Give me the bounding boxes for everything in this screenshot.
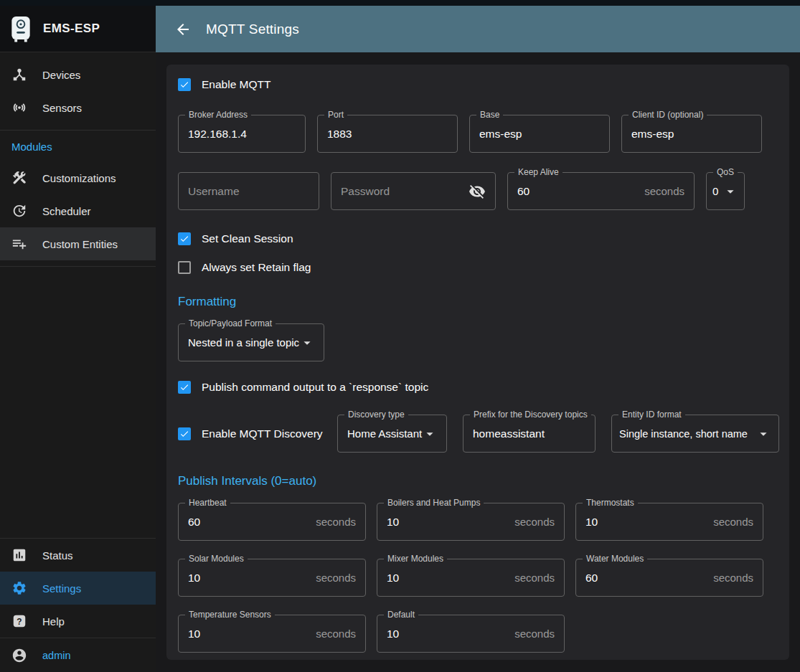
- field-label: Topic/Payload Format: [185, 318, 276, 328]
- keep-alive-field[interactable]: Keep Alive seconds: [507, 172, 695, 210]
- field-suffix: seconds: [310, 516, 356, 528]
- sidebar-item-label: Scheduler: [42, 205, 91, 217]
- client-id-input[interactable]: [631, 128, 752, 141]
- interval-input[interactable]: [387, 628, 509, 640]
- field-suffix: seconds: [509, 516, 555, 528]
- broker-fields-row: Broker Address Port Base Client ID: [178, 115, 778, 153]
- visibility-off-icon[interactable]: [469, 183, 486, 200]
- clean-session-checkbox[interactable]: [178, 232, 191, 245]
- retain-flag-checkbox[interactable]: [178, 261, 191, 274]
- field-label: Solar Modules: [185, 554, 248, 564]
- sidebar-item-customizations[interactable]: Customizations: [0, 161, 156, 194]
- keep-alive-input[interactable]: [517, 185, 639, 198]
- interval-input[interactable]: [387, 516, 509, 529]
- entity-id-format-select[interactable]: Entity ID format Single instance, short …: [611, 415, 779, 453]
- gear-icon: [11, 580, 27, 596]
- checkbox-label: Set Clean Session: [202, 232, 293, 245]
- field-label: Thermostats: [583, 498, 638, 508]
- modules-section-header: Modules: [0, 131, 156, 161]
- playlist-add-icon: [11, 236, 27, 252]
- field-label: Entity ID format: [618, 410, 685, 420]
- enable-mqtt-checkbox[interactable]: [178, 78, 191, 91]
- field-suffix: seconds: [509, 628, 555, 640]
- formatting-section-header: Formatting: [178, 295, 778, 309]
- field-label: Default: [384, 610, 418, 620]
- field-label: Temperature Sensors: [185, 610, 275, 620]
- sidebar-item-custom-entities[interactable]: Custom Entities: [0, 227, 156, 260]
- sidebar-user-admin[interactable]: admin: [0, 638, 156, 672]
- field-label: Port: [324, 110, 347, 120]
- discovery-type-select[interactable]: Discovery type Home Assistant: [337, 415, 447, 453]
- interval-field-default[interactable]: Default seconds: [377, 615, 565, 653]
- port-field[interactable]: Port: [317, 115, 458, 153]
- password-field[interactable]: [331, 172, 496, 210]
- construction-icon: [11, 170, 27, 186]
- device-hub-icon: [11, 67, 27, 82]
- qos-select[interactable]: QoS 0: [706, 172, 745, 210]
- field-suffix: seconds: [707, 516, 753, 528]
- base-field[interactable]: Base: [469, 115, 610, 153]
- sidebar-item-devices[interactable]: Devices: [0, 58, 156, 91]
- broker-address-field[interactable]: Broker Address: [178, 115, 306, 153]
- interval-field-water[interactable]: Water Modules seconds: [575, 559, 763, 597]
- sidebar-nav-top: Devices Sensors: [0, 52, 156, 130]
- interval-field-mixer[interactable]: Mixer Modules seconds: [377, 559, 565, 597]
- username-input[interactable]: [188, 185, 309, 198]
- interval-field-thermostats[interactable]: Thermostats seconds: [575, 503, 763, 541]
- response-topic-row[interactable]: Publish command output to a `response` t…: [178, 379, 778, 396]
- sidebar-item-status[interactable]: Status: [0, 539, 156, 572]
- interval-input[interactable]: [387, 572, 509, 585]
- main-area: MQTT Settings Enable MQTT Broker Addres: [156, 6, 800, 672]
- qos-value: 0: [712, 185, 718, 197]
- sidebar-item-label: Devices: [42, 69, 80, 81]
- port-input[interactable]: [327, 128, 448, 141]
- clean-session-row[interactable]: Set Clean Session: [178, 230, 778, 247]
- bar-chart-icon: [11, 547, 27, 563]
- help-icon: ?: [11, 613, 27, 629]
- field-label: Boilers and Heat Pumps: [384, 498, 484, 508]
- response-topic-checkbox[interactable]: [178, 381, 191, 394]
- broker-address-input[interactable]: [188, 128, 296, 141]
- interval-field-boilers[interactable]: Boilers and Heat Pumps seconds: [377, 503, 565, 541]
- checkbox-label: Enable MQTT: [202, 78, 270, 91]
- mqtt-settings-card: Enable MQTT Broker Address Port: [166, 65, 789, 660]
- sidebar-item-label: Customizations: [42, 172, 116, 184]
- discovery-prefix-field[interactable]: Prefix for the Discovery topics: [463, 415, 596, 453]
- sidebar-item-sensors[interactable]: Sensors: [0, 91, 156, 124]
- entity-id-format-value: Single instance, short name: [619, 428, 748, 440]
- appbar: MQTT Settings: [156, 6, 800, 52]
- interval-field-temperature-sensors[interactable]: Temperature Sensors seconds: [178, 615, 366, 653]
- interval-field-solar[interactable]: Solar Modules seconds: [178, 559, 366, 597]
- field-label: Prefix for the Discovery topics: [470, 410, 591, 420]
- sidebar-item-scheduler[interactable]: Scheduler: [0, 194, 156, 227]
- sidebar-item-label: Status: [42, 549, 73, 562]
- field-label: Heartbeat: [185, 498, 230, 508]
- retain-flag-row[interactable]: Always set Retain flag: [178, 259, 778, 276]
- page: EMS-ESP Devices Sensors Modules: [0, 0, 800, 672]
- sidebar-item-label: Settings: [42, 582, 81, 595]
- update-clock-icon: [11, 203, 27, 219]
- sidebar: EMS-ESP Devices Sensors Modules: [0, 6, 156, 672]
- field-label: Client ID (optional): [629, 110, 707, 120]
- topic-payload-format-select[interactable]: Topic/Payload Format Nested in a single …: [178, 323, 324, 361]
- back-arrow-icon[interactable]: [174, 21, 192, 38]
- interval-input[interactable]: [585, 572, 707, 585]
- checkbox-label: Enable MQTT Discovery: [202, 427, 323, 440]
- username-field[interactable]: [178, 172, 319, 210]
- interval-field-heartbeat[interactable]: Heartbeat seconds: [178, 503, 366, 541]
- interval-input[interactable]: [585, 516, 707, 529]
- sidebar-item-help[interactable]: ? Help: [0, 605, 156, 638]
- publish-intervals-section-header: Publish Intervals (0=auto): [178, 474, 778, 488]
- client-id-field[interactable]: Client ID (optional): [621, 115, 762, 153]
- interval-input[interactable]: [188, 516, 310, 529]
- interval-input[interactable]: [188, 628, 310, 640]
- password-input[interactable]: [341, 185, 469, 198]
- enable-mqtt-row[interactable]: Enable MQTT: [178, 76, 778, 93]
- mqtt-discovery-checkbox[interactable]: [178, 427, 191, 440]
- discovery-prefix-input[interactable]: [473, 427, 585, 440]
- sidebar-item-settings[interactable]: Settings: [0, 572, 156, 605]
- base-input[interactable]: [479, 128, 600, 141]
- mqtt-discovery-row[interactable]: Enable MQTT Discovery: [178, 425, 337, 443]
- chevron-down-icon: [422, 426, 438, 442]
- interval-input[interactable]: [188, 572, 310, 585]
